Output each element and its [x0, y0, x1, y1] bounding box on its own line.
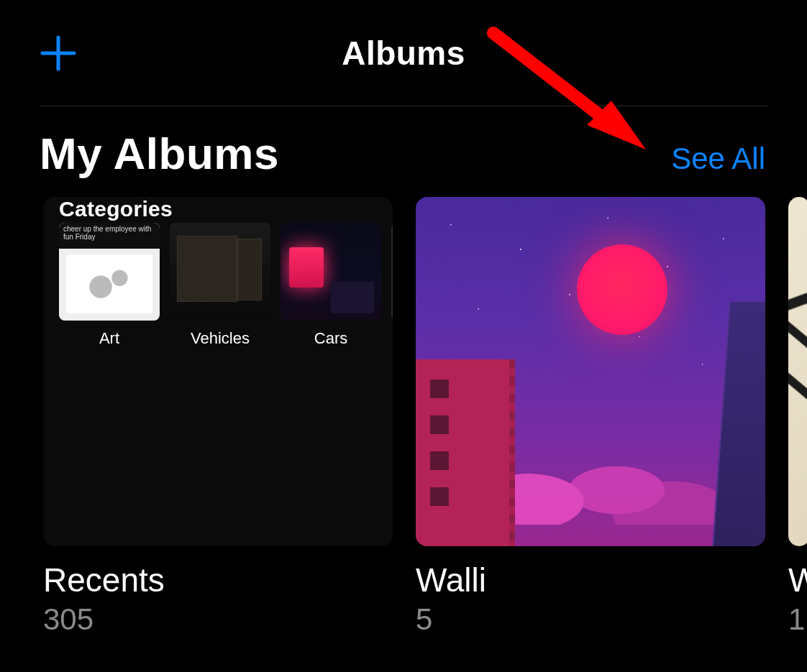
recents-category-art: cheer up the employee with fun Friday Ar… [59, 223, 160, 348]
page-title: Albums [342, 34, 465, 73]
album-card-partial[interactable]: W 1 [788, 197, 807, 637]
album-thumbnail [788, 197, 807, 546]
category-thumb-caption: cheer up the employee with fun Friday [63, 226, 155, 241]
albums-carousel[interactable]: Categories cheer up the employee with fu… [43, 197, 807, 637]
sun-icon [577, 244, 667, 335]
album-thumbnail [416, 197, 765, 546]
recents-categories-heading: Categories [59, 197, 173, 221]
category-label: Art [59, 329, 160, 348]
add-album-button[interactable] [40, 34, 77, 72]
nav-bar: Albums [40, 0, 767, 106]
album-card-recents[interactable]: Categories cheer up the employee with fu… [43, 197, 393, 637]
recents-category-partial [391, 223, 393, 348]
category-thumb: cheer up the employee with fun Friday [59, 223, 160, 321]
category-label: Vehicles [170, 329, 270, 348]
recents-categories-row: cheer up the employee with fun Friday Ar… [59, 223, 393, 348]
category-thumb [281, 223, 381, 321]
see-all-link[interactable]: See All [671, 142, 765, 176]
recents-category-vehicles: Vehicles [170, 223, 270, 348]
album-count: 5 [416, 602, 765, 637]
section-header: My Albums See All [40, 128, 767, 179]
category-label: Cars [281, 329, 381, 348]
building-right [712, 302, 765, 546]
category-thumb [391, 223, 393, 321]
category-thumb [170, 223, 270, 321]
album-name: W [788, 561, 807, 599]
recents-category-cars: Cars [281, 223, 381, 348]
album-card-walli[interactable]: Walli 5 [416, 197, 765, 637]
section-title: My Albums [40, 128, 279, 179]
album-count: 1 [788, 602, 807, 637]
album-count: 305 [43, 602, 393, 637]
album-thumbnail: Categories cheer up the employee with fu… [43, 197, 393, 546]
plus-icon [40, 34, 77, 72]
building-left [416, 359, 509, 546]
album-name: Walli [416, 561, 765, 599]
album-name: Recents [43, 561, 393, 599]
